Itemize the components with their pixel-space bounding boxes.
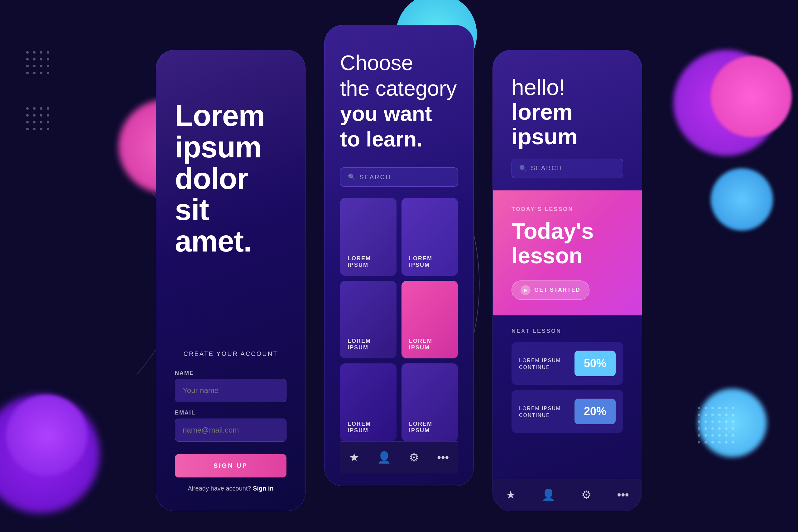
search-icon: 🔍: [348, 173, 356, 181]
play-icon: ▶: [520, 285, 531, 295]
bottom-nav-3: ★ 👤 ⚙ •••: [493, 479, 642, 511]
nav-user-icon[interactable]: 👤: [377, 451, 391, 464]
signin-text: Already have account? Sign in: [175, 485, 286, 492]
phones-container: Lorem ipsum dolor sit amet. CREATE YOUR …: [0, 25, 798, 511]
progress-badge-1: 50%: [574, 350, 616, 376]
lesson-info-2: LOREM IPSUM CONTINUE: [519, 404, 561, 418]
category-cell-6[interactable]: LOREM IPSUM: [401, 363, 458, 441]
phone1-headline: Lorem ipsum dolor sit amet.: [175, 100, 286, 257]
nav-gear-icon-3[interactable]: ⚙: [581, 488, 591, 501]
bottom-nav-2: ★ 👤 ⚙ •••: [340, 441, 458, 473]
lesson-header: hello! lorem ipsum 🔍 SEARCH: [493, 50, 642, 190]
signup-button[interactable]: SIGN UP: [175, 454, 286, 477]
phone1-form: CREATE YOUR ACCOUNT NAME EMAIL SIGN UP A…: [175, 350, 286, 492]
progress-badge-2: 20%: [574, 399, 616, 424]
lesson-card-1[interactable]: LOREM IPSUM CONTINUE 50%: [512, 342, 623, 385]
create-account-label: CREATE YOUR ACCOUNT: [175, 350, 286, 358]
category-search-bar[interactable]: 🔍 SEARCH: [340, 167, 458, 187]
today-label: TODAY'S LESSON: [512, 206, 623, 212]
nav-more-icon-3[interactable]: •••: [617, 488, 629, 501]
nav-user-icon-3[interactable]: 👤: [542, 488, 555, 501]
category-cell-5[interactable]: LOREM IPSUM: [340, 363, 397, 441]
signin-link[interactable]: Sign in: [253, 485, 274, 492]
email-input[interactable]: [175, 419, 286, 442]
get-started-button[interactable]: ▶ GET STARTED: [512, 281, 589, 300]
next-lesson-label: NEXT LESSON: [512, 328, 623, 335]
category-grid: LOREM IPSUM LOREM IPSUM LOREM IPSUM LORE…: [340, 198, 458, 441]
lesson-info-1: LOREM IPSUM CONTINUE: [519, 357, 561, 370]
lesson-search-bar[interactable]: 🔍 SEARCH: [512, 159, 623, 178]
category-cell-1[interactable]: LOREM IPSUM: [340, 198, 397, 276]
today-lesson-card: TODAY'S LESSON Today's lesson ▶ GET STAR…: [493, 190, 642, 316]
search-text: SEARCH: [359, 174, 391, 181]
today-title: Today's lesson: [512, 219, 623, 268]
category-cell-3[interactable]: LOREM IPSUM: [340, 281, 397, 359]
phone-registration: Lorem ipsum dolor sit amet. CREATE YOUR …: [156, 50, 305, 511]
email-label: EMAIL: [175, 410, 286, 416]
name-form-group: NAME: [175, 370, 286, 402]
name-input[interactable]: [175, 379, 286, 402]
nav-more-icon[interactable]: •••: [437, 451, 449, 464]
phone-categories: Choose the category you want to learn. 🔍…: [324, 25, 474, 486]
nav-star-icon[interactable]: ★: [349, 451, 359, 464]
lesson-card-2[interactable]: LOREM IPSUM CONTINUE 20%: [512, 390, 623, 433]
phone-lesson: hello! lorem ipsum 🔍 SEARCH TODAY'S LESS…: [493, 50, 642, 511]
search-text-3: SEARCH: [531, 165, 562, 172]
name-label: NAME: [175, 370, 286, 377]
search-icon-3: 🔍: [519, 165, 527, 172]
category-cell-2[interactable]: LOREM IPSUM: [401, 198, 458, 276]
category-headline: Choose the category you want to learn.: [340, 50, 458, 152]
email-form-group: EMAIL: [175, 410, 286, 442]
category-cell-4[interactable]: LOREM IPSUM: [401, 281, 458, 359]
nav-gear-icon[interactable]: ⚙: [409, 451, 419, 464]
nav-star-icon-3[interactable]: ★: [506, 488, 516, 501]
hello-text: hello! lorem ipsum: [512, 75, 623, 149]
next-lesson-section: NEXT LESSON LOREM IPSUM CONTINUE 50% LOR…: [493, 316, 642, 479]
